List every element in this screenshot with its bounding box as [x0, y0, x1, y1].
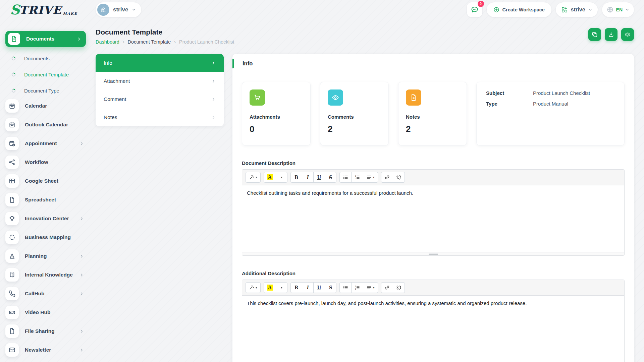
sidebar-item-label: Video Hub — [25, 309, 50, 315]
tab-comment[interactable]: Comment — [96, 90, 224, 108]
sidebar-item-label: Appointment — [25, 140, 57, 146]
sidebar-item-internal-knowledge[interactable]: Internal Knowledge — [5, 267, 89, 282]
workspace-selector[interactable]: strive — [96, 2, 141, 17]
breadcrumb-document-template[interactable]: Document Template — [128, 39, 171, 45]
font-color-more-button[interactable]: ▾ — [276, 282, 287, 293]
sidebar-item-spreadsheet[interactable]: Spreadsheet — [5, 192, 89, 207]
unordered-list-button[interactable] — [339, 282, 352, 293]
strikethrough-button[interactable]: S — [325, 172, 336, 183]
unlink-button[interactable] — [393, 172, 405, 183]
sidebar-item-documents[interactable]: Documents — [5, 50, 89, 66]
calendar-clock-icon — [9, 140, 15, 147]
tab-attachment[interactable]: Attachment — [96, 72, 224, 90]
sidebar-item-planning[interactable]: Planning — [5, 249, 89, 263]
font-color-button[interactable]: A — [264, 282, 276, 293]
resize-grip[interactable] — [429, 253, 438, 255]
sidebar-item-workflow[interactable]: Workflow — [5, 155, 89, 170]
sidebar-item-label: Spreadsheet — [25, 197, 56, 203]
sidebar-item-document-type[interactable]: Document Type — [5, 82, 89, 99]
sidebar-item-google-sheet[interactable]: Google Sheet — [5, 174, 89, 188]
sidebar-item-document-template[interactable]: Document Template — [5, 66, 89, 82]
sidebar-item-business-mapping[interactable]: Business Mapping — [5, 230, 89, 245]
spinner-icon — [11, 88, 16, 93]
font-color-glyph: A — [267, 285, 273, 291]
sidebar-item-newsletter[interactable]: Newsletter — [5, 343, 89, 357]
sidebar-item-callhub[interactable]: CallHub — [5, 286, 89, 301]
create-workspace-label: Create Workspace — [502, 7, 545, 12]
sidebar-icon-tile — [5, 212, 19, 225]
caret-down-icon: ▾ — [281, 176, 282, 179]
detail-value: Product Manual — [533, 101, 568, 107]
breadcrumb: Dashboard › Document Template › Product … — [96, 39, 234, 45]
font-color-more-button[interactable]: ▾ — [276, 172, 287, 183]
italic-button[interactable]: I — [302, 282, 314, 293]
paragraph-button[interactable]: ▾ — [363, 282, 378, 293]
cart-icon — [254, 94, 261, 101]
download-button[interactable] — [605, 28, 618, 41]
section-tabs: Info Attachment Comment Notes — [96, 54, 224, 126]
details-card: Subject Product Launch Checklist Type Pr… — [476, 82, 625, 145]
sidebar-icon-tile — [5, 137, 19, 150]
chevron-right-icon — [79, 292, 84, 296]
strikethrough-button[interactable]: S — [325, 282, 336, 293]
chat-button[interactable]: 0 — [467, 2, 482, 17]
bold-button[interactable]: B — [290, 282, 302, 293]
style-button[interactable]: ▾ — [246, 282, 261, 293]
breadcrumb-dashboard[interactable]: Dashboard — [96, 39, 119, 45]
stat-value: 2 — [406, 124, 459, 134]
org-selector[interactable]: strive — [556, 2, 598, 17]
unordered-list-button[interactable] — [339, 172, 352, 183]
paragraph-button[interactable]: ▾ — [363, 172, 378, 183]
preview-button[interactable] — [621, 28, 634, 41]
sidebar-item-appointment[interactable]: Appointment — [5, 136, 89, 151]
underline-button[interactable]: U — [313, 282, 325, 293]
link-button[interactable] — [381, 172, 393, 183]
video-icon — [9, 309, 15, 316]
editor-content[interactable]: This checklist covers pre-launch, launch… — [242, 296, 624, 362]
font-color-button[interactable]: A — [264, 172, 276, 183]
table-icon — [9, 178, 15, 184]
eye-icon — [625, 32, 631, 38]
tab-label: Attachment — [104, 78, 130, 84]
stat-icon-tile — [250, 89, 265, 106]
svg-text:1: 1 — [355, 285, 356, 287]
sidebar-item-file-sharing[interactable]: File Sharing — [5, 324, 89, 339]
sidebar-icon-tile — [5, 174, 19, 188]
style-button[interactable]: ▾ — [246, 172, 261, 183]
stat-label: Notes — [406, 114, 459, 120]
editor-toolbar: ▾A▾BIUS12▾ — [242, 170, 624, 185]
sidebar-item-video-hub[interactable]: Video Hub — [5, 305, 89, 320]
language-selector[interactable]: EN — [602, 2, 634, 17]
sidebar-item-innovation-center[interactable]: Innovation Center — [5, 211, 89, 226]
ordered-list-button[interactable]: 12 — [351, 282, 363, 293]
main-content: Document Template Dashboard › Document T… — [96, 19, 634, 362]
sidebar-item-outlook-calendar[interactable]: Outlook Calendar — [5, 117, 89, 132]
file-icon — [9, 196, 15, 203]
sidebar-item-documents[interactable]: Documents — [5, 31, 86, 47]
caret-down-icon: ▾ — [256, 286, 257, 289]
underline-button[interactable]: U — [313, 172, 325, 183]
bold-button[interactable]: B — [290, 172, 302, 183]
tab-info[interactable]: Info — [96, 54, 224, 72]
eye-icon — [332, 94, 339, 101]
sidebar-icon-tile — [5, 324, 19, 338]
unlink-button[interactable] — [393, 282, 405, 293]
logo-initial: S — [10, 4, 19, 15]
magic-icon — [249, 285, 254, 290]
ordered-list-button[interactable]: 12 — [351, 172, 363, 183]
stat-value: 2 — [328, 124, 381, 134]
tab-notes[interactable]: Notes — [96, 108, 224, 126]
bold-glyph: B — [294, 285, 298, 290]
list-ul-icon — [343, 285, 348, 290]
sidebar-icon-tile — [5, 343, 19, 357]
unlink-icon — [396, 285, 401, 290]
strive-logo[interactable]: STRIVE MAKE — [10, 4, 89, 15]
editor-content[interactable]: Checklist outlining tasks and requiremen… — [242, 185, 624, 252]
book-icon — [9, 272, 15, 278]
italic-button[interactable]: I — [302, 172, 314, 183]
create-workspace-button[interactable]: Create Workspace — [487, 2, 551, 17]
svg-text:1: 1 — [355, 175, 356, 177]
sidebar-item-calendar[interactable]: Calendar — [5, 99, 89, 113]
copy-button[interactable] — [588, 28, 601, 41]
link-button[interactable] — [381, 282, 393, 293]
